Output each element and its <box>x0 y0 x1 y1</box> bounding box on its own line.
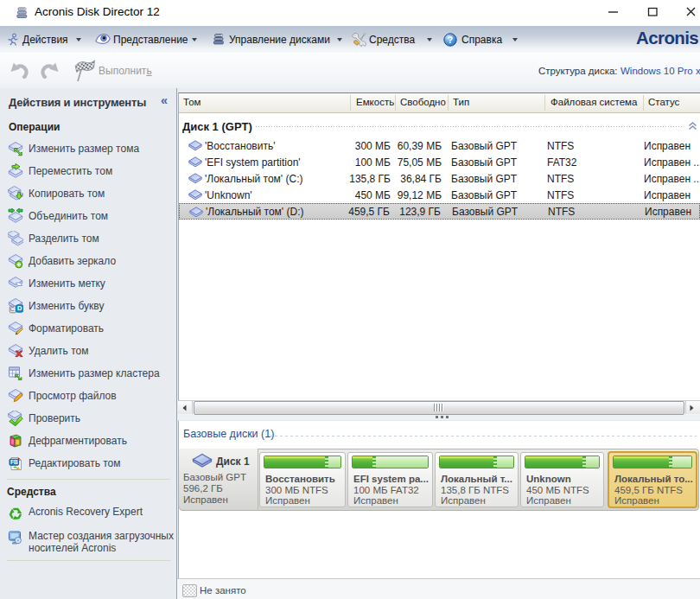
svg-text:D: D <box>17 304 22 312</box>
svg-text:FB: FB <box>10 459 18 465</box>
svg-text:C:: C: <box>10 306 16 312</box>
svg-text:?: ? <box>448 35 453 45</box>
